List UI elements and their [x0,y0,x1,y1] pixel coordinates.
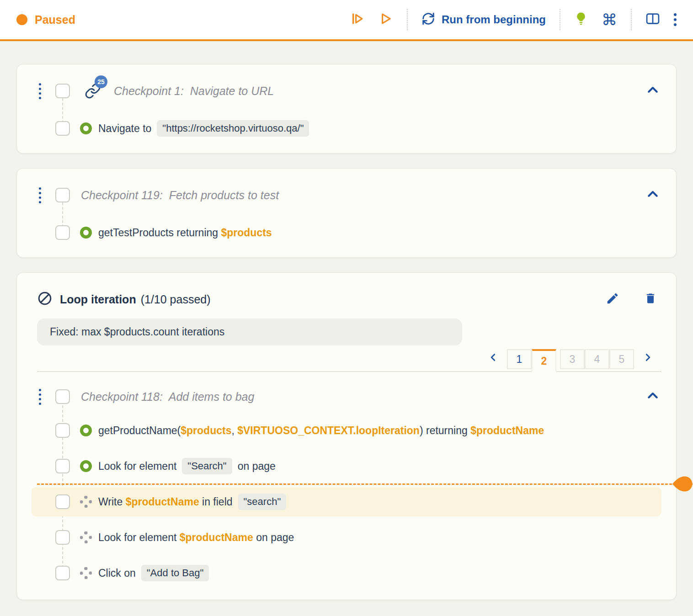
execution-status: Paused [16,13,75,27]
toolbar-divider [407,9,408,30]
step-navigate[interactable]: Navigate to "https://rocketshop.virtuoso… [55,116,661,141]
step-text: Click on [98,567,136,579]
step-value-chip: "search" [238,494,287,510]
step-text: on page [238,460,276,473]
step-pending-icon [80,567,92,579]
pagination-page-4[interactable]: 4 [585,349,609,369]
step-checkbox[interactable] [55,423,70,438]
step-checkbox[interactable] [55,459,70,473]
chevron-right-icon [642,351,654,365]
run-from-beginning-label: Run from beginning [442,13,546,26]
step-text: Write [98,496,126,508]
step-variable: $products [181,425,231,437]
step-passed-icon [80,227,92,239]
step-variable: $products [221,227,272,239]
step-value-chip: "https://rocketshop.virtuoso.qa/" [157,120,309,137]
shortcuts-button[interactable]: ⌘ [597,9,622,30]
checkpoint-118-title: Checkpoint 118: Add items to bag [81,390,254,404]
split-view-button[interactable] [641,9,665,30]
collapse-button[interactable] [644,81,661,101]
step-variable: $productName [180,531,253,544]
loop-actions [601,289,661,310]
chevron-up-icon [646,90,660,98]
toolbar-divider [560,9,560,30]
step-checkbox[interactable] [55,225,70,240]
checkpoint-118-checkbox[interactable] [55,389,70,404]
loop-icon [37,291,53,308]
chevron-left-icon [487,351,499,365]
checkpoint-118-header: Checkpoint 118: Add items to bag [37,384,661,409]
step-checkbox[interactable] [55,121,70,136]
more-options-button[interactable] [669,10,681,30]
checkpoint-1-header: 25 Checkpoint 1: Navigate to URL [37,78,661,104]
step-checkbox[interactable] [55,494,70,509]
chevron-up-icon [646,195,660,202]
checkpoint-119-card: Checkpoint 119: Fetch products to test g… [16,168,677,258]
collapse-button[interactable] [644,186,661,205]
link-icon: 25 [85,83,101,99]
toolbar-actions: Run from beginning ⌘ [346,9,681,31]
step-text: in field [199,496,233,508]
drag-handle[interactable] [37,389,55,405]
checkpoint-1-checkbox[interactable] [55,84,70,98]
checkpoint-1-card: 25 Checkpoint 1: Navigate to URL Navigat… [16,64,677,154]
step-variable: $productName [126,496,199,508]
edit-loop-button[interactable] [601,289,624,310]
command-icon: ⌘ [602,12,617,27]
step-passed-icon [80,122,92,134]
toolbar: Paused Run from beginning ⌘ [0,0,693,41]
toolbar-divider [631,9,632,30]
checkpoint-1-title: Checkpoint 1: Navigate to URL [114,85,274,98]
step-look-for-product-name[interactable]: Look for element $productName on page [55,523,661,552]
collapse-button[interactable] [644,387,661,406]
refresh-icon [421,12,435,27]
lightbulb-icon [574,11,588,28]
step-text: getProductName( [98,425,181,437]
step-passed-icon [80,460,92,472]
loop-steps: getProductName($products, $VIRTUOSO_CONT… [37,416,661,588]
step-text: Look for element [98,531,180,544]
status-dot [16,14,27,25]
step-get-test-products[interactable]: getTestProducts returning $products [55,220,661,245]
step-text: getTestProducts returning [98,227,221,239]
step-checkbox[interactable] [55,566,70,580]
chevron-up-icon [646,396,660,404]
step-pending-icon [80,531,92,543]
loop-pagination: 1 2 3 4 5 [37,348,661,372]
pagination-prev-button[interactable] [483,348,503,368]
step-value-chip: "Search" [182,458,232,474]
drag-handle[interactable] [37,83,55,99]
run-from-beginning-button[interactable]: Run from beginning [417,9,550,30]
checkpoint-119-checkbox[interactable] [55,188,70,202]
pagination-page-5[interactable]: 5 [609,349,634,369]
loop-progress: (1/10 passed) [141,293,211,306]
checkpoint-usage-badge: 25 [95,75,107,88]
pagination-page-1[interactable]: 1 [507,349,532,369]
step-write-product-name-current[interactable]: Write $productName in field"search" [32,487,661,516]
pagination-next-button[interactable] [638,348,658,368]
step-click-add-to-bag[interactable]: Click on"Add to Bag" [55,558,661,588]
step-text: Look for element [98,460,176,473]
step-get-product-name[interactable]: getProductName($products, $VIRTUOSO_CONT… [55,416,661,445]
step-variable: $VIRTUOSO_CONTEXT.loopIteration [237,425,420,437]
journey-editor: 25 Checkpoint 1: Navigate to URL Navigat… [0,41,693,600]
step-text: ) returning [420,425,470,437]
step-value-chip: "Add to Bag" [141,565,209,581]
step-over-icon [350,11,365,28]
hints-button[interactable] [570,9,592,31]
pencil-icon [606,292,619,307]
kebab-menu-icon [674,13,677,26]
step-text: , [231,425,237,437]
step-over-button[interactable] [346,9,369,31]
loop-condition-field[interactable]: Fixed: max $products.count iterations [37,319,462,345]
pagination-page-2-active[interactable]: 2 [532,349,556,372]
step-pending-icon [80,496,92,508]
loop-iteration-card: Loop iteration (1/10 passed) Fixed: max … [16,272,677,600]
pagination-page-3[interactable]: 3 [560,349,585,369]
drag-handle[interactable] [37,187,55,203]
play-button[interactable] [374,9,398,31]
step-look-for-search[interactable]: Look for element"Search"on page [55,451,661,481]
step-checkbox[interactable] [55,530,70,545]
delete-loop-button[interactable] [640,289,661,310]
checkpoint-119-title: Checkpoint 119: Fetch products to test [81,189,279,202]
